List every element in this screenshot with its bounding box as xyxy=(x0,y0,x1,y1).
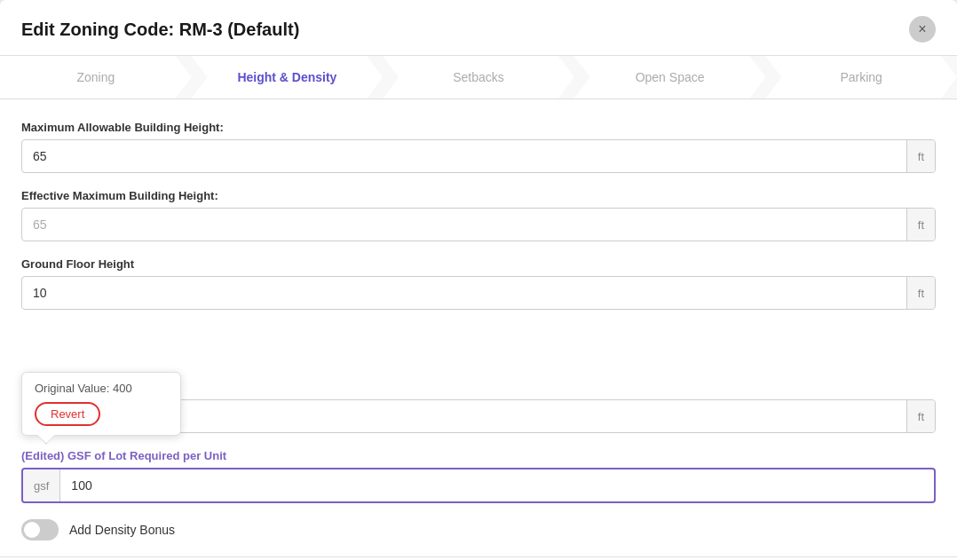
tab-open-space[interactable]: Open Space xyxy=(574,56,766,99)
tab-setbacks[interactable]: Setbacks xyxy=(383,56,574,99)
tab-parking[interactable]: Parking xyxy=(765,56,957,99)
density-bonus-toggle[interactable] xyxy=(21,519,59,540)
max-building-height-label: Maximum Allowable Building Height: xyxy=(21,121,936,134)
gsf-lot-input[interactable] xyxy=(60,469,934,501)
effective-max-height-group: Effective Maximum Building Height: ft xyxy=(21,189,936,241)
modal-footer: Back Next xyxy=(0,556,957,560)
effective-max-height-input xyxy=(22,209,906,241)
revert-tooltip: Original Value: 400 Revert xyxy=(21,372,181,436)
effective-max-height-unit: ft xyxy=(906,209,935,241)
gsf-lot-label: GSF of Lot Required per Unit xyxy=(21,449,936,462)
ground-floor-height-unit: ft xyxy=(906,277,935,309)
edit-zoning-modal: Edit Zoning Code: RM-3 (Default) × Zonin… xyxy=(0,0,957,560)
max-building-height-input-wrapper: ft xyxy=(21,139,936,173)
gsf-prefix: gsf xyxy=(23,469,60,501)
original-value-label: Original Value: 400 xyxy=(35,382,168,395)
tab-bar: Zoning Height & Density Setbacks Open Sp… xyxy=(0,56,957,99)
modal-header: Edit Zoning Code: RM-3 (Default) × xyxy=(0,0,957,56)
max-building-height-input[interactable] xyxy=(22,140,906,172)
density-bonus-label: Add Density Bonus xyxy=(69,523,175,537)
effective-max-height-input-wrapper: ft xyxy=(21,208,936,241)
ground-floor-height-input-wrapper: ft xyxy=(21,276,936,310)
modal-title: Edit Zoning Code: RM-3 (Default) xyxy=(21,20,299,40)
density-bonus-row: Add Density Bonus xyxy=(21,519,936,540)
gsf-lot-input-wrapper: gsf xyxy=(21,468,936,503)
floor-to-floor-unit: ft xyxy=(906,400,935,432)
modal-content: Maximum Allowable Building Height: ft Ef… xyxy=(0,99,957,556)
ground-floor-height-input[interactable] xyxy=(22,277,906,309)
max-building-height-group: Maximum Allowable Building Height: ft xyxy=(21,121,936,173)
close-button[interactable]: × xyxy=(909,16,936,43)
tab-height-density[interactable]: Height & Density xyxy=(192,56,384,99)
floor-to-floor-row: Original Value: 400 Revert Height: ft xyxy=(21,381,936,433)
revert-button[interactable]: Revert xyxy=(35,402,100,426)
gsf-lot-group: GSF of Lot Required per Unit gsf xyxy=(21,449,936,503)
max-building-height-unit: ft xyxy=(906,140,935,172)
tooltip-arrow xyxy=(37,427,55,445)
effective-max-height-label: Effective Maximum Building Height: xyxy=(21,189,936,202)
ground-floor-height-label: Ground Floor Height xyxy=(21,257,936,271)
tab-zoning[interactable]: Zoning xyxy=(0,56,192,99)
ground-floor-height-group: Ground Floor Height ft xyxy=(21,257,936,310)
